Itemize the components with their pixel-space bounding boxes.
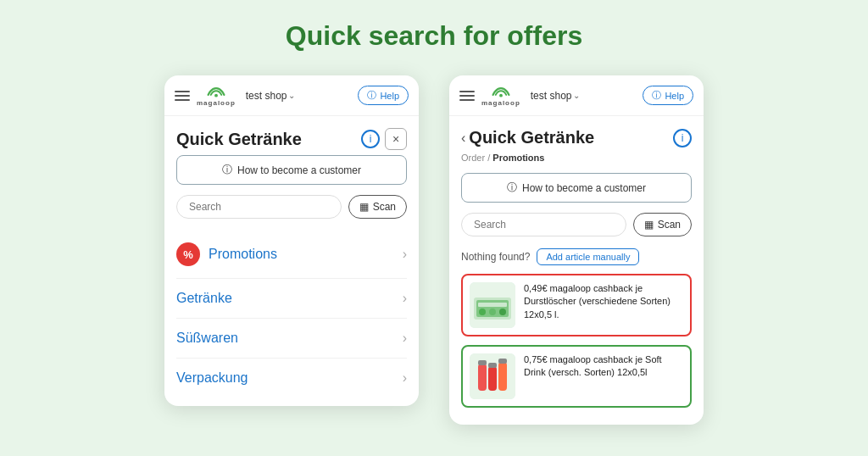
chevron-right-icon: › xyxy=(403,370,407,386)
list-item[interactable]: Verpackung › xyxy=(176,359,407,398)
list-item[interactable]: % Promotions › xyxy=(176,231,407,279)
list-item[interactable]: Süßwaren › xyxy=(176,319,407,359)
left-phone-header: magaloop test shop ⌄ ⓘ Help xyxy=(164,75,419,116)
info-icon[interactable]: i xyxy=(673,129,692,147)
right-search-input[interactable] xyxy=(461,213,626,236)
close-button[interactable]: × xyxy=(385,128,407,150)
left-shop-name: test shop xyxy=(246,90,287,102)
chevron-down-icon: ⌄ xyxy=(573,91,580,100)
right-customer-button[interactable]: ⓘ How to become a customer xyxy=(461,173,692,203)
help-circle-icon: ⓘ xyxy=(652,89,661,102)
svg-rect-5 xyxy=(478,303,507,307)
chevron-right-icon: › xyxy=(403,247,407,262)
product-card-2[interactable]: 0,75€ magaloop cashback je Soft Drink (v… xyxy=(461,345,692,408)
right-help-button[interactable]: ⓘ Help xyxy=(643,86,693,105)
product-image-2 xyxy=(470,353,515,399)
category-label-verpackung: Verpackung xyxy=(176,370,403,386)
left-search-input[interactable] xyxy=(176,195,342,219)
hamburger-icon[interactable] xyxy=(459,91,475,101)
help-circle-icon: ⓘ xyxy=(367,89,376,102)
barcode-icon: ▦ xyxy=(359,201,369,213)
left-shop-selector[interactable]: test shop ⌄ xyxy=(246,90,352,102)
info-small-icon: ⓘ xyxy=(222,163,232,177)
right-shop-name: test shop xyxy=(531,90,572,102)
svg-point-0 xyxy=(214,94,218,97)
svg-rect-12 xyxy=(498,362,507,391)
left-phone: magaloop test shop ⌄ ⓘ Help Quick Geträn… xyxy=(164,75,419,406)
right-search-scan-row: ▦ Scan xyxy=(461,213,692,236)
right-screen-title: Quick Getränke xyxy=(469,128,668,147)
svg-rect-14 xyxy=(488,363,497,368)
logo-text: magaloop xyxy=(481,99,520,107)
info-small-icon: ⓘ xyxy=(507,181,517,195)
left-title-row: Quick Getränke i × xyxy=(176,128,407,150)
left-help-button[interactable]: ⓘ Help xyxy=(358,86,409,105)
chevron-right-icon: › xyxy=(403,331,407,346)
logo-text: magaloop xyxy=(197,99,236,107)
svg-point-1 xyxy=(499,94,503,97)
right-phone-body: ‹ Quick Getränke i Order / Promotions ⓘ … xyxy=(449,116,704,425)
chevron-right-icon: › xyxy=(403,291,407,306)
svg-rect-11 xyxy=(488,366,497,391)
back-arrow-icon[interactable]: ‹ xyxy=(461,131,465,146)
product-1-description: 0,49€ magaloop cashback je Durstlöscher … xyxy=(524,282,683,321)
left-customer-button[interactable]: ⓘ How to become a customer xyxy=(176,155,407,185)
category-label-suesswaren: Süßwaren xyxy=(176,331,403,346)
product-2-description: 0,75€ magaloop cashback je Soft Drink (v… xyxy=(524,353,683,380)
right-title-row: ‹ Quick Getränke i xyxy=(461,128,692,147)
add-article-button[interactable]: Add article manually xyxy=(537,248,639,265)
right-phone-header: magaloop test shop ⌄ ⓘ Help xyxy=(449,75,704,116)
left-phone-body: Quick Getränke i × ⓘ How to become a cus… xyxy=(164,116,419,406)
svg-rect-15 xyxy=(498,359,507,364)
svg-rect-10 xyxy=(478,364,487,391)
svg-point-6 xyxy=(479,309,486,315)
svg-point-8 xyxy=(499,309,506,315)
nothing-found-label: Nothing found? xyxy=(461,251,530,263)
phones-container: magaloop test shop ⌄ ⓘ Help Quick Geträn… xyxy=(164,75,704,425)
promo-icon: % xyxy=(176,242,200,266)
svg-point-7 xyxy=(489,309,496,315)
magaloop-logo: magaloop xyxy=(197,84,236,107)
product-card-1[interactable]: 0,49€ magaloop cashback je Durstlöscher … xyxy=(461,274,692,336)
nothing-found-row: Nothing found? Add article manually xyxy=(461,248,692,265)
breadcrumb: Order / Promotions xyxy=(461,153,692,163)
right-shop-selector[interactable]: test shop ⌄ xyxy=(531,90,637,102)
svg-rect-13 xyxy=(478,360,487,365)
page-title: Quick search for offers xyxy=(286,20,582,52)
barcode-icon: ▦ xyxy=(644,219,654,231)
product-image-1 xyxy=(470,282,515,328)
right-phone: magaloop test shop ⌄ ⓘ Help ‹ Quick Getr… xyxy=(449,75,704,425)
left-screen-title: Quick Getränke xyxy=(176,130,356,149)
right-scan-button[interactable]: ▦ Scan xyxy=(633,213,692,236)
info-icon[interactable]: i xyxy=(361,130,380,148)
magaloop-logo: magaloop xyxy=(481,84,520,107)
category-label-getraenke: Getränke xyxy=(176,291,403,306)
left-category-list: % Promotions › Getränke › Süßwaren › Ver… xyxy=(176,231,407,398)
hamburger-icon[interactable] xyxy=(175,91,190,101)
list-item[interactable]: Getränke › xyxy=(176,279,407,319)
chevron-down-icon: ⌄ xyxy=(288,91,295,100)
left-scan-button[interactable]: ▦ Scan xyxy=(348,195,407,219)
category-label-promotions: Promotions xyxy=(209,247,403,262)
left-search-scan-row: ▦ Scan xyxy=(176,195,407,219)
